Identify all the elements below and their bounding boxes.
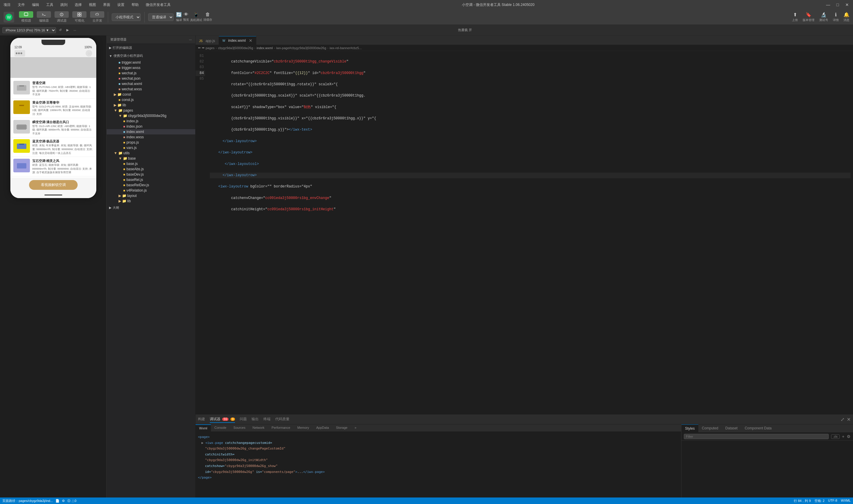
section-outline[interactable]: ▶ 大纲 bbox=[107, 204, 195, 212]
tab-more[interactable]: » bbox=[351, 424, 360, 431]
message-action[interactable]: 🔔 消息 bbox=[843, 12, 850, 22]
file-tree-item-base-js[interactable]: ■ base.js bbox=[107, 161, 195, 166]
list-item[interactable]: 黄金空调·至尊奢华 型号: GOLD-PLUS-99W; 材质: 足金999; … bbox=[12, 98, 95, 118]
status-doc-icon[interactable]: 📄 bbox=[55, 499, 59, 503]
visualize-button[interactable] bbox=[72, 11, 87, 18]
hotreload-label[interactable]: 热重载 开 bbox=[458, 28, 472, 32]
list-item[interactable]: 瞬变空调·满台都是出风口 型号: OLD-AIR-13W; 材质: ABS塑料;… bbox=[12, 118, 95, 138]
panel-tab-computed[interactable]: Computed bbox=[698, 424, 722, 432]
cloud-button[interactable] bbox=[90, 11, 104, 18]
tab-wxml[interactable]: Wxml bbox=[196, 424, 211, 431]
tab-network[interactable]: Network bbox=[249, 424, 268, 431]
file-tree-item-base-folder[interactable]: ▼ 📁 base bbox=[107, 156, 195, 161]
file-tree-item-wechat-wxss[interactable]: ■ wechat.wxss bbox=[107, 87, 195, 92]
tab-output[interactable]: 输出 bbox=[251, 416, 259, 423]
device-select[interactable]: iPhone 12/13 (Pro) 75% 16 ▼ bbox=[2, 27, 56, 33]
compile-select[interactable]: 普通编译 bbox=[148, 13, 174, 21]
mode-select[interactable]: 小程序模式 bbox=[112, 13, 141, 21]
close-button[interactable]: ✕ bbox=[843, 1, 851, 8]
menu-wechat-devtool[interactable]: 微信开发者工具 bbox=[145, 2, 172, 8]
file-tree-item-lib2-folder[interactable]: ▶ 📁 lib bbox=[107, 198, 195, 204]
section-open-editors[interactable]: ▶ 打开的编辑器 bbox=[107, 44, 195, 52]
status-settings-icon[interactable]: ⚙ bbox=[62, 499, 65, 503]
file-tree-item-wechat-wxml[interactable]: ■ wechat.wxml bbox=[107, 81, 195, 87]
run-button[interactable]: ▶ bbox=[65, 27, 71, 33]
nav-action[interactable]: ⊙ bbox=[86, 50, 92, 57]
simulator-button[interactable] bbox=[19, 11, 33, 18]
upload-action[interactable]: ⬆ 上传 bbox=[792, 12, 798, 22]
phone-content[interactable]: 普通空调 型号: PUTONG-13W; 材质: ABS塑料; 能效等级: 1级… bbox=[11, 57, 96, 178]
styles-content[interactable] bbox=[681, 440, 853, 498]
editor-button[interactable] bbox=[37, 11, 51, 18]
file-tree-item-index-wxss[interactable]: ■ index.wxss bbox=[107, 134, 195, 140]
file-tree-item-vars-js[interactable]: ■ vars.js bbox=[107, 145, 195, 150]
tab-code-quality[interactable]: 代码质量 bbox=[275, 416, 289, 423]
file-tree-item-cbygz-folder[interactable]: ▼ 📁 cbygz9da3j50000dw26g bbox=[107, 113, 195, 119]
tab-issues[interactable]: 问题 bbox=[240, 416, 247, 423]
list-item[interactable]: 普通空调 型号: PUTONG-13W; 材质: ABS塑料; 能效等级: 1级… bbox=[12, 79, 95, 98]
refresh-button[interactable]: ↺ bbox=[57, 27, 64, 33]
file-tree-item-utils-folder[interactable]: ▼ 📁 utils bbox=[107, 150, 195, 156]
tab-terminal[interactable]: 终端 bbox=[263, 416, 270, 423]
compile-action[interactable]: 🔄 编译 bbox=[176, 12, 182, 22]
menu-bar[interactable]: 项目 文件 编辑 工具 跳到 选择 视图 界面 设置 帮助 微信开发者工具 bbox=[2, 2, 172, 8]
file-tree-item-const-js[interactable]: ■ const.js bbox=[107, 97, 195, 103]
gear-button[interactable]: ⚙ bbox=[847, 434, 851, 439]
clear-action[interactable]: 🗑 清缓存 bbox=[203, 12, 212, 22]
tab-debugger[interactable]: 调试器 55 9 bbox=[210, 416, 235, 423]
tab-console[interactable]: Console bbox=[211, 424, 230, 431]
file-tree-item-basereldev-js[interactable]: ■ baseRelDev.js bbox=[107, 182, 195, 188]
tab-memory[interactable]: Memory bbox=[294, 424, 313, 431]
menu-file[interactable]: 文件 bbox=[17, 2, 26, 8]
menu-select[interactable]: 选择 bbox=[73, 2, 83, 8]
file-tree-item-pages-folder[interactable]: ▼ 📁 pages bbox=[107, 108, 195, 113]
nav-forward-icon[interactable]: ➡ bbox=[202, 46, 205, 50]
file-tree-item-layout-folder[interactable]: ▶ 📁 layout bbox=[107, 193, 195, 198]
menu-ui[interactable]: 界面 bbox=[102, 2, 111, 8]
cls-badge[interactable]: .cls bbox=[831, 434, 840, 439]
file-tree-item-index-js[interactable]: ■ index.js bbox=[107, 119, 195, 124]
file-tree[interactable]: ▶ 打开的编辑器 ▼ 便携空调小程序源码 ■ trigger.wxml ■ tr… bbox=[107, 44, 195, 498]
section-source-code[interactable]: ▼ 便携空调小程序源码 bbox=[107, 52, 195, 60]
tab-close-icon[interactable]: ✕ bbox=[249, 38, 252, 43]
file-tree-item-wechat-json[interactable]: ■ wechat.json bbox=[107, 76, 195, 81]
maximize-button[interactable]: □ bbox=[834, 1, 841, 8]
file-tree-item-v4relation-js[interactable]: ■ v4Relation.js bbox=[107, 188, 195, 193]
file-tree-item-props-js[interactable]: ■ props.js bbox=[107, 140, 195, 145]
menu-goto[interactable]: 跳到 bbox=[59, 2, 69, 8]
panel-tab-dataset[interactable]: Dataset bbox=[722, 424, 741, 432]
file-tree-item-index-wxml[interactable]: ■ index.wxml bbox=[107, 129, 195, 134]
footer-video-button[interactable]: 看视频解锁空调 bbox=[29, 180, 78, 190]
tab-index-wxml[interactable]: W index.wxml ✕ bbox=[219, 36, 256, 45]
file-tree-item-baserel-js[interactable]: ■ baseRel.js bbox=[107, 177, 195, 182]
minimize-button[interactable]: — bbox=[824, 1, 832, 8]
file-tree-item-baseabs-js[interactable]: ■ baseAbs.js bbox=[107, 166, 195, 172]
nav-back-icon[interactable]: ⬅ bbox=[198, 46, 200, 50]
tab-sources[interactable]: Sources bbox=[230, 424, 249, 431]
detail-action[interactable]: ℹ 详情 bbox=[833, 12, 839, 22]
resource-manager-more[interactable]: ··· bbox=[189, 38, 192, 41]
menu-help[interactable]: 帮助 bbox=[130, 2, 140, 8]
tab-performance[interactable]: Performance bbox=[268, 424, 294, 431]
window-controls[interactable]: — □ ✕ bbox=[824, 1, 851, 8]
add-style-button[interactable]: + bbox=[842, 434, 845, 439]
panel-tab-styles[interactable]: Styles bbox=[681, 424, 698, 432]
debugger-button[interactable] bbox=[54, 11, 69, 18]
file-tree-item-wechat-js[interactable]: ■ wechat.js bbox=[107, 71, 195, 76]
version-action[interactable]: 🔖 版本管理 bbox=[803, 12, 815, 22]
file-tree-item-lib-folder[interactable]: ▶ 📁 lib bbox=[107, 103, 195, 108]
tab-storage[interactable]: Storage bbox=[333, 424, 351, 431]
menu-project[interactable]: 项目 bbox=[2, 2, 12, 8]
menu-tool[interactable]: 工具 bbox=[45, 2, 54, 8]
list-item[interactable]: 宝石空调·精灵之风 材质: 蓝宝石; 能效等级: 未知; 循环风量: 99999… bbox=[12, 157, 95, 177]
tab-appdata[interactable]: AppData bbox=[313, 424, 333, 431]
more-button[interactable]: ··· bbox=[72, 28, 78, 33]
menu-settings[interactable]: 设置 bbox=[116, 2, 126, 8]
list-item[interactable]: 蓝灵空调·极品灵器 材质: 未知; 年末事鉴来: 未知; 能效等级: 极; 循环… bbox=[12, 138, 95, 157]
file-tree-item-basedev-js[interactable]: ■ baseDev.js bbox=[107, 172, 195, 177]
filter-input[interactable] bbox=[684, 434, 829, 439]
expand-devtools-button[interactable]: ⤢ bbox=[840, 417, 845, 422]
file-tree-item-trigger-wxml[interactable]: ■ trigger.wxml bbox=[107, 60, 195, 65]
file-tree-item-trigger-wxss[interactable]: ■ trigger.wxss bbox=[107, 65, 195, 71]
menu-view[interactable]: 视图 bbox=[88, 2, 97, 8]
